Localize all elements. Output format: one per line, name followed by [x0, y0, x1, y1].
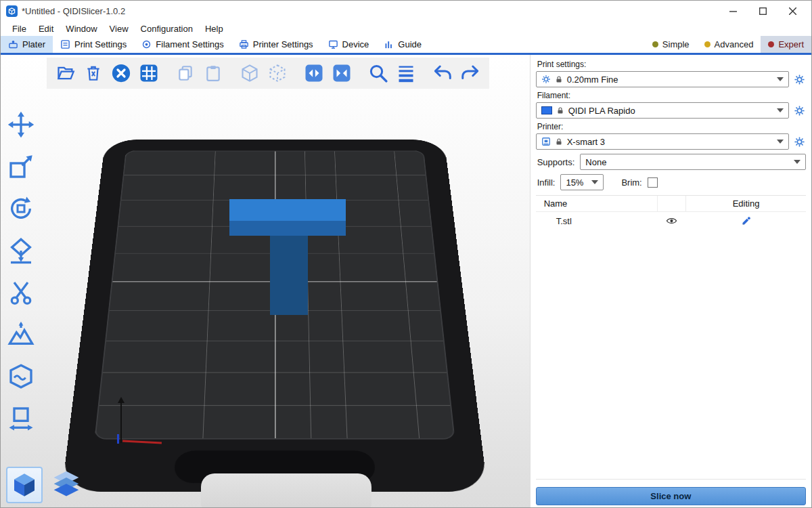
filament-gear-button[interactable]	[792, 105, 806, 117]
tab-device[interactable]: Device	[321, 36, 377, 53]
model-front-face[interactable]	[229, 221, 346, 236]
expert-mode-dot-icon	[768, 41, 774, 47]
print-bed[interactable]	[62, 140, 488, 492]
preview-view-icon[interactable]	[48, 467, 85, 503]
tab-label: Print Settings	[74, 39, 127, 49]
tab-label: Printer Settings	[253, 39, 313, 49]
filament-combo[interactable]: QIDI PLA Rapido	[536, 102, 789, 119]
editing-column-header: Editing	[685, 196, 806, 211]
device-icon	[328, 39, 338, 49]
brim-label: Brim:	[621, 177, 641, 188]
left-toolbar	[5, 109, 37, 434]
eye-icon[interactable]	[666, 216, 677, 226]
copy-icon[interactable]	[173, 61, 198, 85]
tab-bar: Plater Print Settings Filament Settings …	[1, 36, 811, 55]
supports-value: None	[585, 157, 606, 167]
split-parts-icon[interactable]	[330, 61, 354, 85]
object-list-row[interactable]: T.stl	[536, 212, 806, 230]
cut-tool-icon[interactable]	[5, 277, 37, 308]
printer-settings-icon	[239, 39, 249, 49]
filament-color-swatch	[541, 106, 552, 114]
tab-filament-settings[interactable]: Filament Settings	[134, 36, 231, 53]
mode-simple[interactable]: Simple	[645, 36, 697, 53]
lock-icon	[555, 137, 563, 146]
undo-icon[interactable]	[430, 61, 455, 85]
tab-print-settings[interactable]: Print Settings	[53, 36, 134, 53]
lock-icon	[556, 106, 564, 115]
mode-expert[interactable]: Expert	[761, 36, 811, 53]
y-axis-mark	[117, 434, 119, 444]
object-list-header: Name Editing	[536, 196, 806, 212]
delete-icon[interactable]	[81, 61, 106, 85]
infill-select[interactable]: 15%	[560, 174, 604, 190]
object-list: Name Editing T.stl	[536, 195, 806, 480]
lock-icon	[555, 75, 563, 84]
print-settings-combo[interactable]: 0.20mm Fine	[536, 71, 789, 87]
tab-guide[interactable]: Guide	[376, 36, 429, 53]
tab-label: Filament Settings	[156, 39, 223, 49]
slice-now-button[interactable]: Slice now	[536, 487, 806, 505]
close-icon[interactable]	[777, 1, 807, 21]
menu-help[interactable]: Help	[199, 24, 229, 34]
top-toolbar	[47, 58, 489, 89]
preset-gear-icon	[541, 75, 551, 84]
add-instance-icon[interactable]	[238, 61, 262, 85]
3d-editor-view-icon[interactable]	[6, 467, 43, 503]
print-settings-gear-button[interactable]	[792, 74, 806, 85]
settings-panel: Print settings: 0.20mm Fine Filament: QI…	[530, 55, 811, 508]
printer-combo[interactable]: X-smart 3	[536, 133, 789, 150]
slice-now-label: Slice now	[650, 491, 691, 501]
name-column-header: Name	[536, 198, 657, 209]
tab-plater[interactable]: Plater	[1, 36, 53, 53]
toolbar-separator	[422, 61, 427, 85]
z-axis-arrow	[120, 402, 122, 443]
seam-tool-icon[interactable]	[5, 361, 37, 392]
rotate-tool-icon[interactable]	[5, 193, 37, 224]
supports-select[interactable]: None	[580, 154, 806, 170]
menu-file[interactable]: File	[6, 24, 32, 34]
menu-edit[interactable]: Edit	[32, 24, 60, 34]
toolbar-separator	[164, 61, 170, 85]
arrange-icon[interactable]	[137, 61, 161, 85]
remove-instance-icon[interactable]	[265, 61, 290, 85]
redo-icon[interactable]	[458, 61, 482, 85]
minimize-icon[interactable]	[718, 1, 748, 21]
print-settings-icon	[60, 39, 70, 49]
measure-tool-icon[interactable]	[5, 403, 37, 434]
delete-all-icon[interactable]	[109, 61, 133, 85]
object-name[interactable]: T.stl	[536, 216, 657, 226]
menu-view[interactable]: View	[104, 24, 135, 34]
paste-icon[interactable]	[201, 61, 225, 85]
model-top-face[interactable]	[229, 199, 346, 221]
menu-configuration[interactable]: Configuration	[135, 24, 199, 34]
mode-advanced[interactable]: Advanced	[697, 36, 761, 53]
plater-icon	[8, 39, 18, 49]
search-icon[interactable]	[366, 61, 390, 85]
menu-bar: File Edit Window View Configuration Help	[1, 21, 811, 36]
open-folder-icon[interactable]	[53, 61, 78, 85]
print-settings-label: Print settings:	[537, 60, 806, 69]
tab-printer-settings[interactable]: Printer Settings	[231, 36, 321, 53]
printer-gear-button[interactable]	[792, 136, 806, 148]
app-icon	[6, 5, 18, 17]
chevron-down-icon	[794, 160, 800, 164]
place-on-face-tool-icon[interactable]	[5, 235, 37, 266]
guide-icon	[384, 39, 394, 49]
filament-label: Filament:	[537, 91, 806, 100]
maximize-icon[interactable]	[748, 1, 777, 21]
paint-supports-tool-icon[interactable]	[5, 319, 37, 350]
menu-window[interactable]: Window	[60, 24, 103, 34]
toolbar-separator	[293, 61, 298, 85]
print-settings-value: 0.20mm Fine	[567, 75, 618, 85]
infill-label: Infill:	[537, 177, 556, 188]
filament-value: QIDI PLA Rapido	[568, 106, 635, 116]
scale-tool-icon[interactable]	[5, 151, 37, 182]
mode-label: Expert	[778, 39, 804, 49]
move-tool-icon[interactable]	[5, 109, 37, 140]
brim-checkbox[interactable]	[648, 177, 658, 188]
editing-icon[interactable]	[741, 216, 751, 226]
variable-layer-height-icon[interactable]	[394, 61, 418, 85]
model-stem[interactable]	[270, 236, 308, 315]
3d-viewport[interactable]	[1, 55, 530, 508]
split-objects-icon[interactable]	[302, 61, 326, 85]
